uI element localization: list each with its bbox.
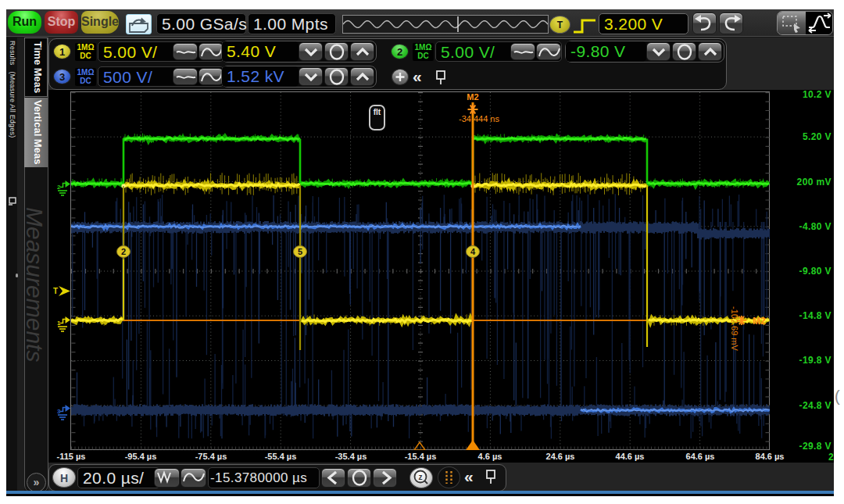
svg-text:5: 5: [298, 247, 302, 256]
svg-text:-34.444 ns: -34.444 ns: [459, 114, 499, 123]
svg-text:3: 3: [57, 408, 61, 415]
svg-text:1: 1: [57, 320, 61, 327]
svg-text:M2: M2: [753, 316, 766, 327]
svg-text:z: z: [419, 473, 423, 481]
svg-text:4: 4: [470, 247, 476, 256]
svg-text:flt: flt: [374, 108, 381, 116]
svg-text:M2: M2: [467, 92, 478, 102]
svg-text:2: 2: [121, 247, 126, 256]
svg-text:T: T: [53, 287, 58, 295]
svg-text:-102.69 mV: -102.69 mV: [730, 306, 739, 352]
svg-text:2: 2: [57, 184, 61, 191]
